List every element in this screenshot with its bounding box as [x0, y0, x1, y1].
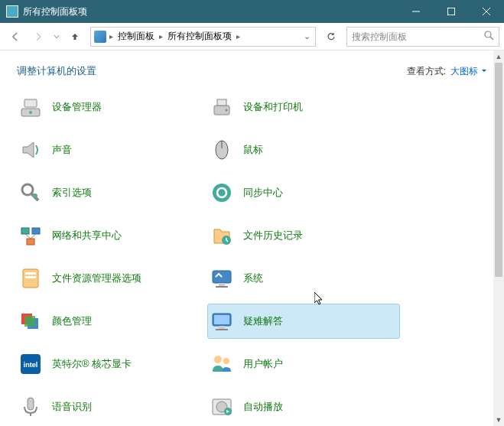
- recent-dropdown[interactable]: [50, 26, 63, 47]
- chevron-right-icon: ▸: [235, 32, 242, 41]
- minimize-button[interactable]: [398, 0, 434, 23]
- item-label: 同步中心: [243, 186, 283, 200]
- control-panel-item-intel[interactable]: intel英特尔® 核芯显卡: [17, 347, 208, 381]
- item-label: 系统: [243, 272, 263, 285]
- control-panel-item-troubleshoot[interactable]: 疑难解答: [208, 304, 399, 338]
- item-label: 语音识别: [52, 400, 92, 414]
- control-panel-item-sound[interactable]: 声音: [17, 133, 208, 167]
- control-panel-icon: [94, 31, 106, 43]
- svg-point-4: [485, 31, 491, 37]
- svg-rect-41: [28, 398, 34, 410]
- svg-point-16: [33, 193, 37, 198]
- forward-button[interactable]: [28, 26, 49, 47]
- network-icon: [17, 222, 44, 249]
- item-label: 文件历史记录: [243, 229, 303, 242]
- item-label: 颜色管理: [52, 314, 92, 328]
- up-button[interactable]: [64, 26, 86, 47]
- speech-icon: [17, 393, 44, 421]
- address-dropdown-icon[interactable]: ⌄: [302, 31, 312, 41]
- item-label: 自动播放: [243, 400, 283, 414]
- item-label: 文件资源管理器选项: [52, 272, 141, 285]
- sound-icon: [17, 136, 44, 164]
- file-history-icon: [208, 222, 236, 249]
- item-label: 英特尔® 核芯显卡: [52, 357, 132, 371]
- system-icon: [208, 265, 236, 292]
- svg-rect-18: [21, 228, 29, 234]
- chevron-down-icon: [481, 68, 487, 74]
- sync-icon: [208, 179, 236, 206]
- search-icon: [484, 30, 494, 44]
- autoplay-icon: [208, 393, 236, 421]
- page-header: 调整计算机的设置 查看方式: 大图标: [0, 50, 504, 92]
- maximize-button[interactable]: [434, 0, 469, 23]
- search-box[interactable]: [346, 27, 499, 47]
- svg-rect-29: [216, 286, 228, 288]
- control-panel-item-explorer-options[interactable]: 文件资源管理器选项: [17, 262, 208, 295]
- control-panel-item-indexing[interactable]: 索引选项: [17, 176, 208, 210]
- item-label: 设备和打印机: [243, 100, 303, 114]
- svg-rect-36: [214, 315, 229, 324]
- svg-text:intel: intel: [24, 361, 38, 369]
- control-panel-item-device-manager[interactable]: 设备管理器: [17, 90, 208, 124]
- svg-rect-34: [219, 326, 225, 329]
- explorer-options-icon: [17, 265, 44, 292]
- mouse-icon: [208, 136, 236, 164]
- search-input[interactable]: [352, 31, 484, 42]
- control-panel-item-devices-printers[interactable]: 设备和打印机: [208, 90, 399, 124]
- item-label: 设备管理器: [52, 100, 102, 114]
- window-title: 所有控制面板项: [23, 5, 398, 18]
- svg-point-17: [213, 184, 231, 202]
- item-label: 声音: [52, 143, 72, 157]
- svg-point-40: [223, 358, 229, 364]
- content-area: 设备管理器设备和打印机声音鼠标索引选项同步中心网络和共享中心文件历史记录文件资源…: [0, 90, 493, 426]
- item-label: 网络和共享中心: [52, 229, 122, 242]
- control-panel-item-file-history[interactable]: 文件历史记录: [208, 219, 399, 252]
- view-by-dropdown[interactable]: 大图标: [450, 65, 487, 78]
- svg-rect-19: [32, 228, 40, 234]
- control-panel-item-autoplay[interactable]: 自动播放: [208, 390, 399, 424]
- control-panel-item-sync[interactable]: 同步中心: [208, 176, 399, 210]
- troubleshoot-icon: [208, 307, 236, 335]
- scroll-up-button[interactable]: ▲: [493, 50, 504, 63]
- intel-icon: intel: [17, 350, 44, 378]
- color-icon: [17, 307, 44, 335]
- control-panel-item-speech[interactable]: 语音识别: [17, 390, 208, 424]
- svg-rect-35: [216, 329, 228, 330]
- svg-rect-25: [25, 272, 36, 275]
- indexing-icon: [17, 179, 44, 206]
- control-panel-item-color[interactable]: 颜色管理: [17, 304, 208, 338]
- app-icon: [6, 5, 18, 18]
- svg-rect-1: [448, 8, 455, 15]
- svg-point-11: [226, 109, 228, 112]
- control-panel-item-system[interactable]: 系统: [208, 262, 399, 295]
- control-panel-item-users[interactable]: 用户帐户: [208, 347, 399, 381]
- breadcrumb-root[interactable]: 控制面板: [116, 30, 156, 43]
- svg-point-39: [214, 356, 222, 363]
- svg-rect-32: [24, 316, 35, 327]
- breadcrumb-current[interactable]: 所有控制面板项: [166, 30, 233, 43]
- scroll-thumb[interactable]: [495, 63, 502, 277]
- svg-point-8: [29, 111, 32, 114]
- view-by-value: 大图标: [450, 65, 478, 78]
- svg-rect-28: [219, 283, 225, 286]
- item-label: 索引选项: [52, 186, 92, 200]
- item-label: 鼠标: [243, 143, 263, 157]
- item-label: 疑难解答: [243, 314, 283, 328]
- back-button[interactable]: [5, 26, 26, 47]
- control-panel-item-network[interactable]: 网络和共享中心: [17, 219, 208, 252]
- address-bar[interactable]: ▸ 控制面板 ▸ 所有控制面板项 ▸ ⌄: [90, 27, 316, 47]
- svg-rect-20: [27, 239, 34, 245]
- svg-point-14: [22, 184, 33, 195]
- view-by-label: 查看方式:: [407, 65, 446, 78]
- item-label: 用户帐户: [243, 357, 283, 371]
- svg-rect-10: [217, 99, 226, 106]
- page-title: 调整计算机的设置: [17, 64, 407, 78]
- control-panel-item-mouse[interactable]: 鼠标: [208, 133, 399, 167]
- close-button[interactable]: [469, 0, 504, 23]
- title-bar: 所有控制面板项: [0, 0, 504, 23]
- refresh-button[interactable]: [320, 26, 342, 47]
- scroll-down-button[interactable]: ▼: [493, 414, 504, 426]
- vertical-scrollbar[interactable]: ▲ ▼: [493, 50, 504, 426]
- nav-toolbar: ▸ 控制面板 ▸ 所有控制面板项 ▸ ⌄: [0, 23, 504, 50]
- chevron-right-icon: ▸: [108, 32, 115, 41]
